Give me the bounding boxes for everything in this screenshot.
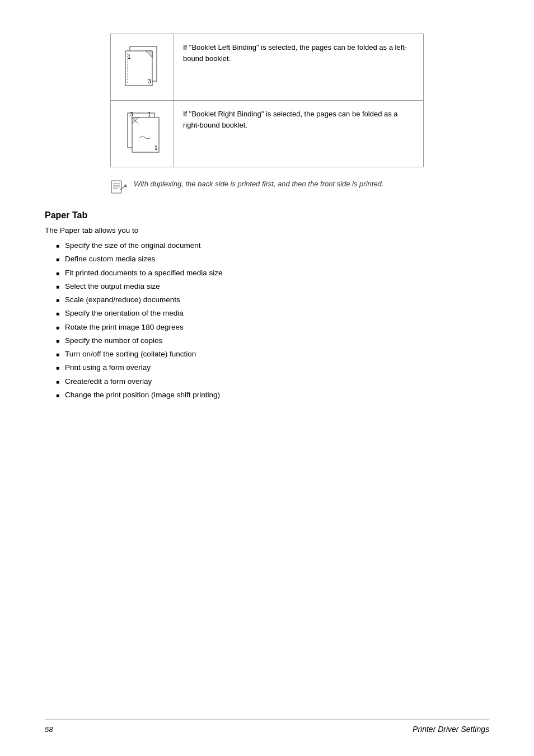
- booklet-left-diagram: 1 3: [111, 34, 174, 101]
- svg-text:1: 1: [154, 145, 158, 151]
- svg-text:3: 3: [130, 111, 133, 118]
- paper-tab-section: Paper Tab The Paper tab allows you to Sp…: [45, 210, 489, 401]
- bullet-list-item: Specify the number of copies: [56, 335, 489, 346]
- footer-title: Printer Driver Settings: [413, 725, 489, 734]
- bullet-list-item: Define custom media sizes: [56, 253, 489, 265]
- bullet-list: Specify the size of the original documen…: [56, 240, 489, 401]
- bullet-list-item: Rotate the print image 180 degrees: [56, 322, 489, 333]
- page: 1 3 If "Booklet Left Binding" is selecte…: [0, 0, 534, 756]
- bullet-list-item: Scale (expand/reduce) documents: [56, 294, 489, 306]
- booklet-right-text: If "Booklet Right Binding" is selected, …: [174, 101, 424, 167]
- bullet-list-item: Select the output media size: [56, 281, 489, 292]
- svg-text:1: 1: [128, 54, 131, 60]
- bullet-list-item: Change the print position (Image shift p…: [56, 389, 489, 401]
- note-box: With duplexing, the back side is printed…: [110, 179, 424, 197]
- note-text: With duplexing, the back side is printed…: [134, 179, 383, 190]
- bullet-list-item: Create/edit a form overlay: [56, 376, 489, 387]
- footer-page-number: 58: [45, 725, 53, 734]
- bullet-list-item: Specify the orientation of the media: [56, 308, 489, 319]
- booklet-right-diagram: 3 1 1: [111, 101, 174, 167]
- svg-text:1: 1: [148, 111, 151, 118]
- bullet-list-item: Specify the size of the original documen…: [56, 240, 489, 251]
- note-icon: [110, 180, 128, 197]
- footer: 58 Printer Driver Settings: [45, 720, 489, 734]
- section-title: Paper Tab: [45, 210, 489, 220]
- svg-text:3: 3: [148, 78, 151, 84]
- booklet-table: 1 3 If "Booklet Left Binding" is selecte…: [110, 34, 424, 167]
- bullet-list-item: Turn on/off the sorting (collate) functi…: [56, 349, 489, 360]
- section-intro: The Paper tab allows you to: [45, 226, 489, 234]
- bullet-list-item: Print using a form overlay: [56, 362, 489, 373]
- bullet-list-item: Fit printed documents to a specified med…: [56, 267, 489, 279]
- booklet-left-text: If "Booklet Left Binding" is selected, t…: [174, 34, 424, 101]
